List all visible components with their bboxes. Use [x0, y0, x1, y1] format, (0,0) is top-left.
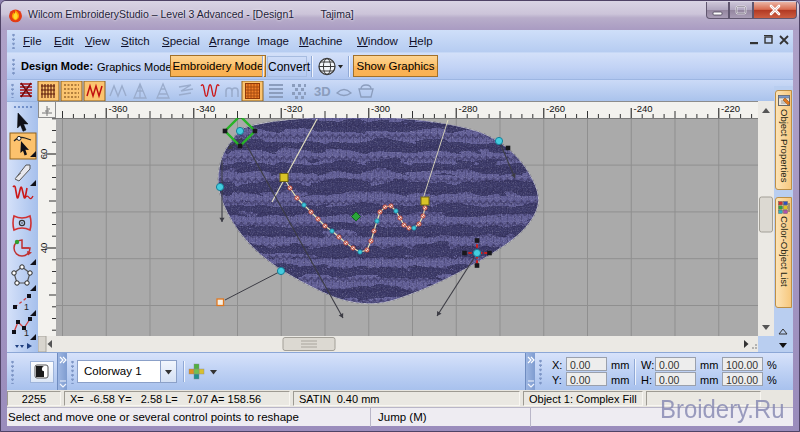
- svg-text:-300: -300: [371, 103, 390, 114]
- svg-text:-340: -340: [196, 103, 215, 114]
- svg-text:40: 40: [38, 243, 49, 254]
- svg-text:3D: 3D: [314, 84, 331, 99]
- svg-text:-320: -320: [284, 103, 303, 114]
- svg-text:-260: -260: [546, 103, 565, 114]
- svg-text:-220: -220: [721, 103, 740, 114]
- svg-text:60: 60: [38, 149, 49, 160]
- svg-text:-240: -240: [634, 103, 653, 114]
- svg-text:1: 1: [24, 302, 29, 312]
- svg-text:-280: -280: [459, 103, 478, 114]
- svg-text:1: 1: [24, 328, 29, 338]
- svg-text:-360: -360: [109, 103, 128, 114]
